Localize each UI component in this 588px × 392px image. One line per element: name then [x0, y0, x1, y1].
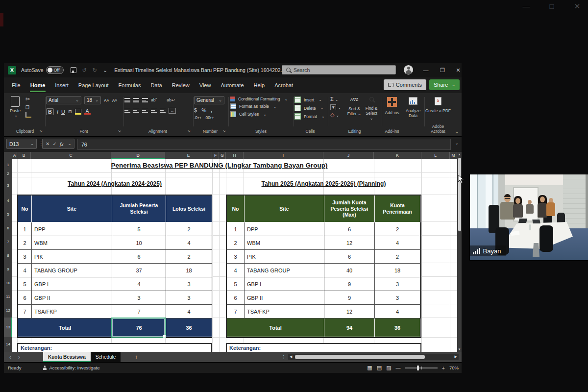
total-lolos-2024[interactable]: 36: [166, 318, 212, 337]
cell[interactable]: 2: [18, 236, 32, 250]
new-sheet-button[interactable]: +: [134, 354, 138, 361]
cell[interactable]: TABANG GROUP: [32, 264, 112, 277]
zoom-slider[interactable]: [405, 368, 438, 368]
analyze-data-button[interactable]: Analyze Data: [404, 97, 422, 119]
participant-video-tile[interactable]: Bayan: [469, 174, 588, 261]
font-name-select[interactable]: Arial⌄: [46, 96, 81, 104]
clipboard-dialog-launcher[interactable]: ⇲: [39, 129, 42, 133]
tab-file[interactable]: File: [7, 77, 25, 93]
cell[interactable]: 7: [112, 305, 166, 318]
scroll-up-icon[interactable]: ▲: [457, 153, 462, 156]
cell[interactable]: 12: [324, 236, 375, 250]
cell[interactable]: 3: [227, 250, 245, 264]
wrap-text-icon[interactable]: ab↩: [167, 98, 175, 102]
decrease-decimal-icon[interactable]: .00↦: [204, 115, 214, 120]
formula-input[interactable]: 76: [77, 139, 451, 150]
cell-styles-button[interactable]: Cell Styles⌄: [230, 111, 292, 117]
row-header-5[interactable]: 5: [4, 212, 12, 217]
scroll-down-icon[interactable]: ▼: [457, 348, 462, 351]
cell[interactable]: 5: [227, 277, 245, 291]
column-header-g[interactable]: G: [219, 152, 226, 159]
excel-restore-button[interactable]: ❐: [435, 63, 450, 77]
page-break-view-icon[interactable]: ▨: [386, 365, 391, 371]
cancel-entry-icon[interactable]: ✕: [46, 141, 49, 147]
cell[interactable]: WBM: [32, 236, 112, 250]
collapse-ribbon-icon[interactable]: ⌄: [455, 129, 459, 134]
cell[interactable]: 4: [18, 264, 32, 277]
outer-minimize-button[interactable]: —: [520, 2, 532, 11]
column-header-e[interactable]: E: [165, 152, 212, 159]
cell[interactable]: 1: [18, 222, 32, 236]
grow-font-icon[interactable]: A˄: [104, 98, 109, 103]
cell[interactable]: GBP I: [245, 277, 324, 291]
cell[interactable]: GBP II: [245, 291, 324, 305]
column-header-i[interactable]: I: [244, 152, 323, 159]
vertical-scroll-thumb[interactable]: [458, 158, 461, 231]
row-header-11[interactable]: 11: [4, 294, 12, 299]
cell[interactable]: 10: [112, 236, 166, 250]
undo-icon[interactable]: ↺: [82, 67, 87, 74]
sheet-tab-kuota-beasiswa[interactable]: Kuota Beasiswa: [43, 352, 91, 362]
redo-icon[interactable]: ↻: [93, 67, 97, 74]
cell[interactable]: 6: [112, 250, 166, 264]
fill-color-button[interactable]: [75, 109, 81, 115]
cell[interactable]: 9: [324, 277, 375, 291]
excel-minimize-button[interactable]: —: [418, 63, 433, 77]
cell[interactable]: 2: [375, 250, 420, 264]
cell[interactable]: PIK: [32, 250, 112, 264]
excel-close-button[interactable]: ✕: [451, 63, 466, 77]
row-header-13[interactable]: 13: [4, 318, 12, 337]
autosave-control[interactable]: AutoSave Off: [21, 66, 64, 74]
zoom-slider-thumb[interactable]: [417, 366, 419, 370]
cell[interactable]: 5: [18, 277, 32, 291]
row-header-3[interactable]: 3: [4, 183, 12, 188]
row-header-10[interactable]: 10: [4, 281, 12, 285]
share-button[interactable]: Share⌄: [429, 79, 460, 90]
header-site[interactable]: Site: [32, 196, 112, 222]
header-site[interactable]: Site: [245, 196, 324, 222]
tab-home[interactable]: Home: [25, 77, 50, 93]
format-painter-icon[interactable]: [25, 112, 31, 118]
underline-button[interactable]: U: [61, 109, 65, 115]
decrease-indent-icon[interactable]: [151, 108, 157, 114]
cell[interactable]: TABANG GROUP: [245, 264, 324, 277]
cell[interactable]: 3: [375, 277, 420, 291]
cell[interactable]: 3: [375, 291, 420, 305]
font-color-button[interactable]: A: [84, 109, 91, 115]
align-bottom-icon[interactable]: [142, 97, 148, 103]
cell[interactable]: DPP: [32, 222, 112, 236]
tabbar-splitter-icon[interactable]: ⋮: [281, 354, 286, 360]
copy-icon[interactable]: ❐: [25, 105, 31, 110]
insert-cells-button[interactable]: Insert⌄: [294, 97, 326, 103]
cell[interactable]: 7: [18, 305, 32, 318]
delete-cells-button[interactable]: Delete⌄: [294, 105, 326, 111]
row-header-8[interactable]: 8: [4, 253, 12, 258]
cell[interactable]: TSA/FKP: [32, 305, 112, 318]
column-header-k[interactable]: K: [374, 152, 421, 159]
header-jumlah-peserta[interactable]: Jumlah Peserta Seleksi: [112, 196, 166, 222]
cell[interactable]: 4: [112, 277, 166, 291]
total-label-2024[interactable]: Total: [18, 318, 112, 337]
cell[interactable]: DPP: [245, 222, 324, 236]
align-middle-icon[interactable]: [133, 97, 139, 103]
scroll-right-icon[interactable]: ▶: [455, 355, 457, 359]
comments-button[interactable]: Comments: [384, 79, 426, 90]
cell[interactable]: 6: [227, 291, 245, 305]
row-header-6[interactable]: 6: [4, 226, 12, 230]
cell[interactable]: GBP II: [32, 291, 112, 305]
column-header-a[interactable]: A: [12, 152, 17, 159]
total-kuota-2025[interactable]: 94: [324, 318, 375, 337]
cell[interactable]: 2: [375, 222, 420, 236]
cell[interactable]: WBM: [245, 236, 324, 250]
cell[interactable]: 18: [375, 264, 420, 277]
cell[interactable]: 1: [227, 222, 245, 236]
format-as-table-button[interactable]: Format as Table⌄: [230, 103, 292, 109]
cell[interactable]: 12: [324, 305, 375, 318]
font-dialog-launcher[interactable]: ⇲: [118, 129, 121, 133]
name-box[interactable]: D13⌄: [6, 139, 37, 149]
find-select-button[interactable]: Find & Select ⌄: [364, 97, 379, 121]
header-no[interactable]: No: [227, 196, 245, 222]
cell[interactable]: GBP I: [32, 277, 112, 291]
confirm-entry-icon[interactable]: ✓: [52, 141, 56, 147]
header-kuota-penerimaan[interactable]: Kuota Penerimaan: [375, 196, 420, 222]
